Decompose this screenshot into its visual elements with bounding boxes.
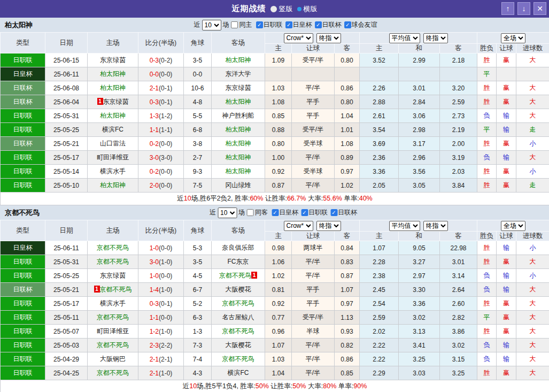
avg-away-odds: 2.19 [440,123,477,137]
match-date: 25-05-17 [45,297,88,311]
average-company-select[interactable]: 平均值 [389,221,420,231]
final-odds-select-2[interactable]: 终指 [423,33,448,43]
radio-vertical-layout[interactable]: 竖版 [270,4,293,14]
team-label: 名古屋鲸八 [222,313,254,321]
same-venue-label: 同主 [239,20,252,29]
final-odds-select[interactable]: 终指 [316,221,341,231]
league-filter-list: ✓日皇杯✓日职联✓日联杯 [269,208,357,217]
avg-away-odds: 2.00 [440,137,477,151]
match-date: 25-06-04 [45,95,88,109]
match-row: 日职联25-05-11京都不死鸟1-1(0-0)6-3名古屋鲸八0.77受平/半… [1,311,549,325]
avg-away-odds: 2.03 [440,165,477,179]
match-row: 日职联25-05-17町田泽维亚3-0(3-0)2-7柏太阳神1.00平/半0.… [1,151,549,165]
avg-away-odds: 3.20 [440,81,477,95]
corner-count: 3-8 [184,137,212,151]
move-down-button[interactable]: ↓ [517,2,530,15]
corner-count: 0-0 [184,67,212,81]
fulltime-score: 1-2 [150,328,159,335]
full-match-group: 全场 [477,33,549,44]
league-checkbox[interactable]: ✓ [344,21,351,28]
summary-stat-value: 10 [189,382,197,390]
fulltime-score: 1-1 [150,126,159,134]
league-checkbox[interactable]: ✓ [330,209,337,216]
away-team: 横滨FC [212,366,265,380]
page-title: 近期战绩 [232,4,266,14]
league-checkbox[interactable]: ✓ [301,209,308,216]
avg-away-odds: 3.86 [440,325,477,339]
avg-home-odds: 2.54 [360,297,399,311]
radio-horizontal-icon[interactable] [297,7,301,11]
radio-horizontal-layout[interactable]: 横版 [297,4,318,14]
result-wdl: 胜 [477,255,497,269]
summary-stat-value: 50% [292,382,306,390]
avg-home-odds: 3.69 [360,137,399,151]
team-label: 东京绿茵 [100,56,126,64]
match-row: 日联杯25-06-041东京绿茵0-3(0-1)4-8柏太阳神1.08平手0.8… [1,95,549,109]
avg-draw-odds: 3.30 [399,283,440,297]
summary-text: 让胜率: [263,195,287,202]
red-card-badge: 1 [251,272,257,279]
team-label: 柏太阳神 [226,56,251,64]
crow-company-select[interactable]: Crow* [284,221,313,231]
avg-draw-odds: 3.27 [399,255,440,269]
fulltime-score: 1-0 [150,272,159,280]
result-handicap: 输 [497,352,516,366]
full-match-select[interactable]: 全场 [501,33,525,43]
match-score: 0-3(0-1) [138,297,184,311]
same-venue-checkbox[interactable] [246,209,253,216]
radio-vertical-icon[interactable] [270,6,277,12]
match-row: 日职联25-05-25东京绿茵1-0(0-0)4-5京都不死鸟11.02平/半0… [1,269,549,283]
move-up-button[interactable]: ↑ [501,2,514,15]
crow-handicap-line: 受半球 [292,137,335,151]
result-wdl: 胜 [477,165,497,179]
fulltime-score: 0-0 [150,71,159,78]
result-goals: 小 [516,269,549,283]
crow-home-odds: 1.03 [265,81,292,95]
full-match-select[interactable]: 全场 [501,221,525,231]
near-label: 近 [194,20,200,29]
corner-count: 7-5 [184,179,212,193]
avg-draw-odds: 3.03 [399,366,440,380]
avg-home-odds: 2.22 [360,352,399,366]
corner-count: 3-5 [184,255,212,269]
home-team: 山口雷法 [88,137,138,151]
away-team: 大阪樱花 [212,283,265,297]
average-company-select[interactable]: 平均值 [389,33,420,43]
away-team: 柏太阳神 [212,151,265,165]
col-crow-handicap: 让球 [292,232,335,241]
final-odds-select-2[interactable]: 终指 [423,221,448,231]
close-button[interactable]: ✕ [533,2,546,15]
summary-stat-value: 40% [359,195,373,202]
summary-stat-value: 90% [353,382,367,390]
league-checkbox[interactable]: ✓ [256,21,263,28]
crow-home-odds: 1.04 [265,366,292,380]
league-checkbox[interactable]: ✓ [315,21,322,28]
corner-count: 6-7 [184,283,212,297]
match-date: 25-05-21 [45,137,88,151]
col-crow-away: 客 [335,44,360,53]
home-team: 大阪钢巴 [88,352,138,366]
col-avg-away: 客 [440,44,477,53]
final-odds-select[interactable]: 终指 [316,33,341,43]
league-checkbox[interactable]: ✓ [272,209,279,216]
avg-home-odds: 1.07 [360,241,399,255]
home-team: 1京都不死鸟 [88,283,138,297]
radio-vertical-label: 竖版 [279,4,293,14]
same-venue-checkbox[interactable] [231,21,238,28]
match-count-select[interactable]: 10 [218,207,237,218]
col-crow-handicap: 让球 [292,44,335,53]
result-wdl: 负 [477,339,497,352]
crow-handicap-line: 受平/半 [292,311,335,325]
team-label: 柏太阳神 [100,181,126,189]
match-count-select[interactable]: 10 [202,20,221,30]
summary-text: 单率: [336,382,353,390]
summary-text: 场,胜6平2负2, 胜率: [191,195,250,202]
league-type-badge: 日联杯 [1,137,45,151]
result-wdl: 胜 [477,53,497,67]
crow-home-odds: 0.85 [265,109,292,123]
result-wdl: 负 [477,283,497,297]
crow-company-select[interactable]: Crow* [284,33,313,43]
match-date: 25-06-08 [45,81,88,95]
league-checkbox[interactable]: ✓ [285,21,292,28]
match-score: 0-3(0-2) [138,53,184,67]
